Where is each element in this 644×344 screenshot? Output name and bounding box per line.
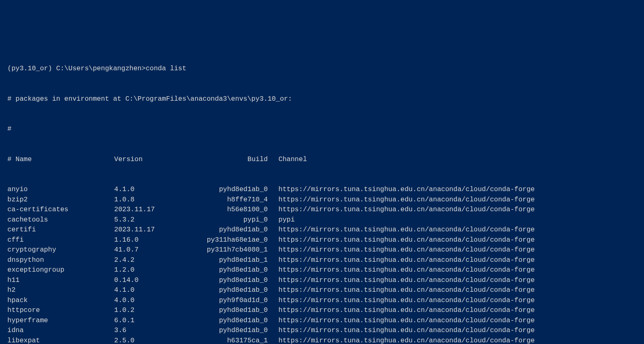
pkg-version: 2.5.0 [114, 336, 192, 344]
package-row: certifi2023.11.17pyhd8ed1ab_0https://mir… [7, 225, 644, 235]
pkg-version: 1.0.8 [114, 195, 192, 205]
package-row: hyperframe6.0.1pyhd8ed1ab_0https://mirro… [7, 316, 644, 326]
header-name: # Name [7, 155, 114, 165]
pkg-channel: https://mirrors.tuna.tsinghua.edu.cn/ana… [278, 285, 535, 296]
pkg-version: 6.0.1 [114, 316, 192, 326]
pkg-channel: https://mirrors.tuna.tsinghua.edu.cn/ana… [278, 225, 535, 235]
pkg-version: 4.1.0 [114, 285, 192, 296]
pkg-build: pyhd8ed1ab_0 [192, 225, 278, 235]
hash-line: # [7, 124, 644, 134]
header-version: Version [114, 155, 192, 165]
package-row: h24.1.0pyhd8ed1ab_0https://mirrors.tuna.… [7, 285, 644, 296]
header-build: Build [192, 155, 278, 165]
pkg-build: pyhd8ed1ab_1 [192, 255, 278, 266]
package-row: cachetools5.3.2pypi_0pypi [7, 215, 644, 225]
pkg-channel: https://mirrors.tuna.tsinghua.edu.cn/ana… [278, 205, 535, 215]
pkg-version: 3.6 [114, 326, 192, 336]
pkg-channel: https://mirrors.tuna.tsinghua.edu.cn/ana… [278, 275, 535, 286]
package-row: ca-certificates2023.11.17h56e8100_0https… [7, 205, 644, 215]
pkg-channel: https://mirrors.tuna.tsinghua.edu.cn/ana… [278, 296, 535, 306]
pkg-name: idna [7, 326, 114, 336]
pkg-name: anyio [7, 185, 114, 195]
header-channel: Channel [278, 155, 307, 165]
pkg-name: httpcore [7, 305, 114, 316]
package-row: httpcore1.0.2pyhd8ed1ab_0https://mirrors… [7, 305, 644, 316]
pkg-build: pyhd8ed1ab_0 [192, 316, 278, 326]
pkg-channel: https://mirrors.tuna.tsinghua.edu.cn/ana… [278, 316, 535, 326]
pkg-build: pyhd8ed1ab_0 [192, 326, 278, 336]
pkg-channel: https://mirrors.tuna.tsinghua.edu.cn/ana… [278, 265, 535, 275]
pkg-channel: https://mirrors.tuna.tsinghua.edu.cn/ana… [278, 326, 535, 336]
pkg-name: hpack [7, 296, 114, 306]
pkg-build: pyhd8ed1ab_0 [192, 265, 278, 275]
pkg-build: pyhd8ed1ab_0 [192, 185, 278, 195]
pkg-build: h56e8100_0 [192, 205, 278, 215]
prompt-line: (py3.10_or) C:\Users\pengkangzhen>conda … [7, 64, 644, 74]
pkg-build: py311h7cb4080_1 [192, 245, 278, 255]
pkg-channel: https://mirrors.tuna.tsinghua.edu.cn/ana… [278, 255, 535, 266]
pkg-name: h2 [7, 285, 114, 296]
pkg-name: dnspython [7, 255, 114, 266]
pkg-name: bzip2 [7, 195, 114, 205]
pkg-name: cffi [7, 235, 114, 245]
header-row: # NameVersionBuildChannel [7, 155, 644, 165]
pkg-build: pyhd8ed1ab_0 [192, 305, 278, 316]
pkg-name: h11 [7, 275, 114, 286]
pkg-build: pyhd8ed1ab_0 [192, 285, 278, 296]
package-row: dnspython2.4.2pyhd8ed1ab_1https://mirror… [7, 255, 644, 266]
pkg-channel: pypi [278, 215, 295, 225]
pkg-channel: https://mirrors.tuna.tsinghua.edu.cn/ana… [278, 305, 535, 316]
package-row: exceptiongroup1.2.0pyhd8ed1ab_0https://m… [7, 265, 644, 275]
pkg-build: pypi_0 [192, 215, 278, 225]
pkg-channel: https://mirrors.tuna.tsinghua.edu.cn/ana… [278, 336, 535, 344]
pkg-channel: https://mirrors.tuna.tsinghua.edu.cn/ana… [278, 185, 535, 195]
pkg-version: 5.3.2 [114, 215, 192, 225]
package-row: cryptography41.0.7py311h7cb4080_1https:/… [7, 245, 644, 255]
pkg-name: ca-certificates [7, 205, 114, 215]
package-row: idna3.6pyhd8ed1ab_0https://mirrors.tuna.… [7, 326, 644, 336]
pkg-version: 0.14.0 [114, 275, 192, 286]
pkg-version: 2.4.2 [114, 255, 192, 266]
pkg-channel: https://mirrors.tuna.tsinghua.edu.cn/ana… [278, 235, 535, 245]
package-row: hpack4.0.0pyh9f0ad1d_0https://mirrors.tu… [7, 296, 644, 306]
pkg-version: 1.16.0 [114, 235, 192, 245]
package-row: cffi1.16.0py311ha68e1ae_0https://mirrors… [7, 235, 644, 245]
pkg-channel: https://mirrors.tuna.tsinghua.edu.cn/ana… [278, 195, 535, 205]
pkg-build: pyh9f0ad1d_0 [192, 296, 278, 306]
package-row: anyio4.1.0pyhd8ed1ab_0https://mirrors.tu… [7, 185, 644, 195]
pkg-build: h63175ca_1 [192, 336, 278, 344]
pkg-version: 1.2.0 [114, 265, 192, 275]
env-comment: # packages in environment at C:\ProgramF… [7, 94, 644, 104]
pkg-name: certifi [7, 225, 114, 235]
pkg-version: 4.0.0 [114, 296, 192, 306]
pkg-name: cachetools [7, 215, 114, 225]
package-row: libexpat2.5.0h63175ca_1https://mirrors.t… [7, 336, 644, 344]
pkg-build: pyhd8ed1ab_0 [192, 275, 278, 286]
pkg-version: 4.1.0 [114, 185, 192, 195]
pkg-name: exceptiongroup [7, 265, 114, 275]
pkg-version: 2023.11.17 [114, 205, 192, 215]
pkg-version: 1.0.2 [114, 305, 192, 316]
pkg-build: py311ha68e1ae_0 [192, 235, 278, 245]
package-row: bzip21.0.8h8ffe710_4https://mirrors.tuna… [7, 195, 644, 205]
pkg-name: hyperframe [7, 316, 114, 326]
pkg-version: 41.0.7 [114, 245, 192, 255]
package-row: h110.14.0pyhd8ed1ab_0https://mirrors.tun… [7, 275, 644, 286]
pkg-name: libexpat [7, 336, 114, 344]
pkg-version: 2023.11.17 [114, 225, 192, 235]
pkg-build: h8ffe710_4 [192, 195, 278, 205]
pkg-name: cryptography [7, 245, 114, 255]
pkg-channel: https://mirrors.tuna.tsinghua.edu.cn/ana… [278, 245, 535, 255]
terminal-output[interactable]: (py3.10_or) C:\Users\pengkangzhen>conda … [7, 44, 644, 344]
